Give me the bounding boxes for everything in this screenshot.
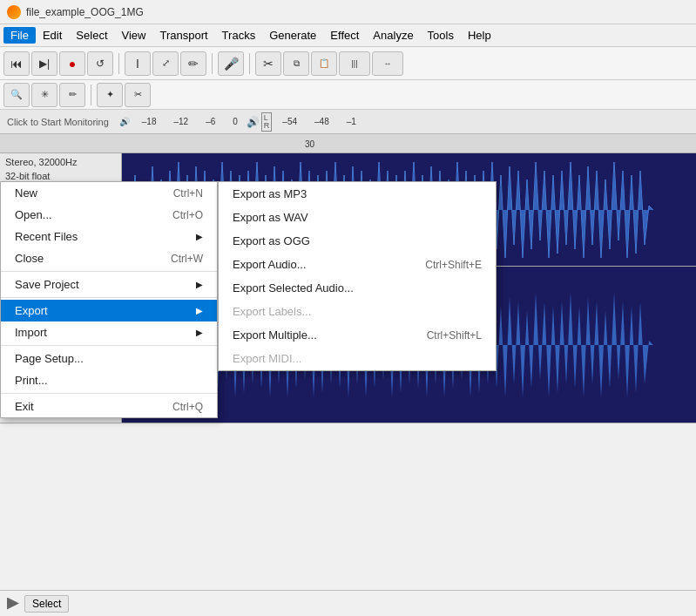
file-menu: New Ctrl+N Open... Ctrl+O Recent Files ▶… bbox=[0, 181, 218, 418]
toolbar-separator-1 bbox=[118, 53, 119, 74]
export-midi: Export MIDI... bbox=[219, 347, 496, 370]
menu-help[interactable]: Help bbox=[461, 27, 498, 44]
zoom-normal-btn[interactable]: ✏ bbox=[59, 83, 85, 107]
mic-button[interactable]: 🎤 bbox=[218, 51, 244, 76]
separator-3 bbox=[1, 345, 217, 346]
ruler-mark-30: 30 bbox=[305, 139, 314, 149]
export-mp3[interactable]: Export as MP3 bbox=[219, 182, 496, 206]
toolbar-row2: 🔍 ✳ ✏ ✦ ✂ bbox=[0, 80, 696, 110]
import-label: Import bbox=[15, 326, 47, 339]
paste-button[interactable]: 📋 bbox=[311, 51, 337, 76]
menu-item-open[interactable]: Open... Ctrl+O bbox=[1, 204, 217, 226]
monitor-label[interactable]: Click to Start Monitoring bbox=[7, 117, 109, 127]
print-label: Print... bbox=[15, 374, 48, 387]
zoom-out-btn[interactable]: ✳ bbox=[31, 83, 57, 107]
menu-item-print[interactable]: Print... bbox=[1, 369, 217, 391]
menu-item-export[interactable]: Export ▶ bbox=[1, 300, 217, 322]
menu-tools[interactable]: Tools bbox=[421, 27, 461, 44]
menu-item-exit[interactable]: Exit Ctrl+Q bbox=[1, 396, 217, 417]
export-multiple-shortcut: Ctrl+Shift+L bbox=[427, 329, 482, 342]
zoom-in-tool[interactable]: ⤢ bbox=[152, 51, 179, 76]
cut-button[interactable]: ✂ bbox=[255, 51, 281, 76]
menu-select[interactable]: Select bbox=[69, 27, 114, 44]
loop-button[interactable]: ↺ bbox=[87, 51, 113, 76]
export-ogg-label: Export as OGG bbox=[233, 234, 310, 247]
menu-analyze[interactable]: Analyze bbox=[366, 27, 420, 44]
export-label: Export bbox=[15, 304, 48, 317]
toolbar-separator-2 bbox=[212, 53, 213, 74]
level-neg12: –12 bbox=[173, 117, 188, 126]
export-multiple[interactable]: Export Multiple... Ctrl+Shift+L bbox=[219, 323, 496, 347]
level-neg48: –48 bbox=[314, 117, 329, 126]
timeline-ruler: 30 bbox=[0, 134, 696, 153]
menu-bar: File Edit Select View Transport Tracks G… bbox=[0, 24, 696, 47]
menu-transport[interactable]: Transport bbox=[152, 27, 214, 44]
menu-file[interactable]: File bbox=[3, 27, 36, 44]
export-mp3-label: Export as MP3 bbox=[233, 187, 307, 200]
export-multiple-label: Export Multiple... bbox=[233, 328, 317, 342]
level-neg54: –54 bbox=[282, 117, 297, 126]
exit-label: Exit bbox=[15, 400, 34, 413]
select-tool-button[interactable]: Select bbox=[24, 595, 69, 613]
bottom-arrow-icon bbox=[7, 598, 19, 610]
export-submenu: Export as MP3 Export as WAV Export as OG… bbox=[218, 181, 497, 371]
export-labels-label: Export Labels... bbox=[233, 305, 311, 318]
monitor-bar: Click to Start Monitoring 🔊 –18 –12 –6 0… bbox=[0, 110, 696, 134]
new-shortcut: Ctrl+N bbox=[173, 187, 203, 200]
zoom-sel-btn[interactable]: ✦ bbox=[97, 83, 123, 107]
open-shortcut: Ctrl+O bbox=[172, 209, 203, 221]
record-button[interactable]: ● bbox=[59, 51, 85, 76]
export-wav[interactable]: Export as WAV bbox=[219, 206, 496, 229]
export-arrow: ▶ bbox=[196, 306, 203, 315]
save-label: Save Project bbox=[15, 278, 79, 291]
separator-2 bbox=[1, 297, 217, 298]
export-midi-label: Export MIDI... bbox=[233, 352, 301, 365]
copy-button[interactable]: ⧉ bbox=[283, 51, 309, 76]
track-format-1: 32-bit float bbox=[5, 171, 116, 181]
menu-item-new[interactable]: New Ctrl+N bbox=[1, 182, 217, 204]
volume-icon: 🔊 bbox=[247, 116, 260, 128]
track-name-1: Stereo, 32000Hz bbox=[5, 157, 116, 167]
app-icon bbox=[7, 5, 21, 19]
zoom-in-btn[interactable]: 🔍 bbox=[3, 83, 30, 107]
menu-item-import[interactable]: Import ▶ bbox=[1, 322, 217, 343]
menu-item-pagesetup[interactable]: Page Setup... bbox=[1, 348, 217, 369]
play-button[interactable]: ▶| bbox=[31, 51, 57, 76]
workspace: 30 Stereo, 32000Hz 32-bit float 1.0 0.5 … bbox=[0, 134, 696, 423]
level-neg6: –6 bbox=[206, 117, 215, 126]
undo-button[interactable]: ↔ bbox=[372, 51, 403, 76]
menu-effect[interactable]: Effect bbox=[323, 27, 366, 44]
skip-start-button[interactable]: ⏮ bbox=[3, 51, 30, 76]
open-label: Open... bbox=[15, 208, 52, 221]
menu-item-save[interactable]: Save Project ▶ bbox=[1, 274, 217, 295]
toolbar-row1: ⏮ ▶| ● ↺ I ⤢ ✏ 🎤 ✂ ⧉ 📋 ||| ↔ bbox=[0, 47, 696, 80]
close-label: Close bbox=[15, 252, 44, 265]
title-bar: file_example_OOG_1MG bbox=[0, 0, 696, 24]
export-selected[interactable]: Export Selected Audio... bbox=[219, 276, 496, 300]
close-shortcut: Ctrl+W bbox=[171, 253, 203, 265]
silence-button[interactable]: ||| bbox=[339, 51, 370, 76]
level-icon: 🔊 bbox=[119, 117, 130, 126]
fit-btn[interactable]: ✂ bbox=[125, 83, 151, 107]
export-audio[interactable]: Export Audio... Ctrl+Shift+E bbox=[219, 253, 496, 276]
toolbar-separator-4 bbox=[91, 85, 91, 105]
menu-edit[interactable]: Edit bbox=[36, 27, 69, 44]
menu-item-recent[interactable]: Recent Files ▶ bbox=[1, 226, 217, 247]
export-wav-label: Export as WAV bbox=[233, 211, 308, 224]
level-scale: –18 –12 –6 0 bbox=[142, 117, 238, 126]
cursor-tool[interactable]: I bbox=[125, 51, 151, 76]
menu-item-close[interactable]: Close Ctrl+W bbox=[1, 247, 217, 269]
window-title: file_example_OOG_1MG bbox=[26, 6, 144, 18]
toolbar-separator-3 bbox=[249, 53, 250, 74]
menu-tracks[interactable]: Tracks bbox=[215, 27, 263, 44]
bottom-bar: Select bbox=[0, 590, 696, 616]
level-zero: 0 bbox=[233, 117, 238, 126]
menu-generate[interactable]: Generate bbox=[262, 27, 323, 44]
export-ogg[interactable]: Export as OGG bbox=[219, 229, 496, 253]
export-audio-label: Export Audio... bbox=[233, 258, 307, 271]
menu-view[interactable]: View bbox=[115, 27, 153, 44]
export-selected-label: Export Selected Audio... bbox=[233, 281, 354, 294]
exit-shortcut: Ctrl+Q bbox=[172, 401, 203, 413]
level-neg18: –18 bbox=[142, 117, 157, 126]
draw-tool[interactable]: ✏ bbox=[180, 51, 206, 76]
